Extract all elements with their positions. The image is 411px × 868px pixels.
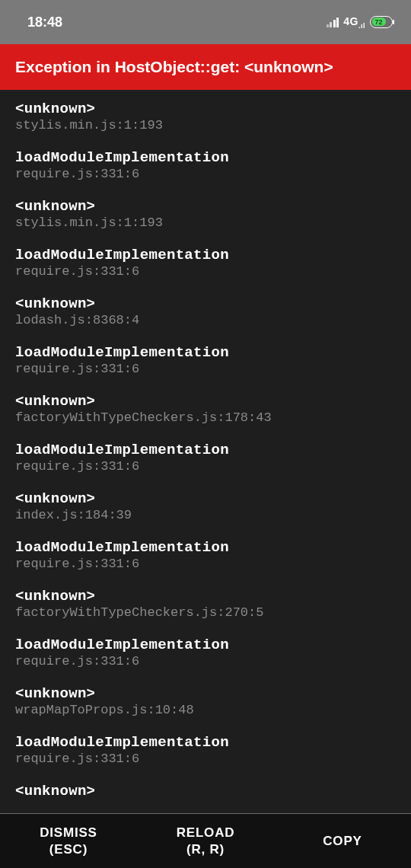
stack-frame-function: <unknown> (15, 393, 396, 410)
stack-trace[interactable]: <unknown>stylis.min.js:1:193loadModuleIm… (0, 90, 411, 851)
network-type: 4G (343, 15, 358, 27)
stack-frame-function: loadModuleImplementation (15, 637, 396, 653)
stack-frame[interactable]: loadModuleImplementationrequire.js:331:6 (15, 344, 396, 376)
stack-frame-location: factoryWithTypeCheckers.js:178:43 (15, 410, 396, 425)
dismiss-label: DISMISS (40, 825, 97, 841)
dismiss-button[interactable]: DISMISS (ESC) (0, 814, 137, 868)
stack-frame[interactable]: loadModuleImplementationrequire.js:331:6 (15, 637, 396, 669)
stack-frame-location: require.js:331:6 (15, 654, 396, 669)
stack-frame-location: stylis.min.js:1:193 (15, 118, 396, 132)
stack-frame-function: loadModuleImplementation (15, 539, 396, 556)
stack-frame-location: index.js:184:39 (15, 508, 396, 522)
stack-frame[interactable]: <unknown>stylis.min.js:1:193 (15, 198, 396, 230)
reload-shortcut: (R, R) (186, 841, 225, 857)
stack-frame-function: <unknown> (15, 783, 396, 799)
stack-frame-function: loadModuleImplementation (15, 344, 396, 361)
stack-frame-function: <unknown> (15, 101, 396, 117)
copy-label: COPY (323, 833, 362, 849)
stack-frame-location: require.js:331:6 (15, 167, 396, 181)
stack-frame-location: require.js:331:6 (15, 752, 396, 766)
stack-frame-location: factoryWithTypeCheckers.js:270:5 (15, 605, 396, 620)
reload-button[interactable]: RELOAD (R, R) (137, 814, 274, 868)
stack-frame-function: <unknown> (15, 685, 396, 702)
status-right: 4G.ıl 72 (327, 15, 393, 30)
stack-frame-location: require.js:331:6 (15, 362, 396, 376)
stack-frame-location: require.js:331:6 (15, 557, 396, 571)
battery-icon: 72 (370, 16, 393, 28)
battery-fill: 72 (372, 18, 386, 26)
stack-frame-function: <unknown> (15, 198, 396, 215)
stack-frame-function: <unknown> (15, 295, 396, 312)
network-label: 4G.ıl (343, 15, 365, 30)
stack-frame-function: loadModuleImplementation (15, 149, 396, 166)
battery-pct: 72 (374, 18, 382, 26)
error-title: Exception in HostObject::get: <unknown> (0, 44, 411, 90)
stack-frame-function: loadModuleImplementation (15, 734, 396, 751)
stack-frame[interactable]: loadModuleImplementationrequire.js:331:6 (15, 247, 396, 279)
stack-frame-location: wrapMapToProps.js:10:48 (15, 703, 396, 717)
stack-frame[interactable]: <unknown>index.js:184:39 (15, 490, 396, 522)
stack-frame[interactable]: loadModuleImplementationrequire.js:331:6 (15, 734, 396, 766)
stack-frame-function: <unknown> (15, 490, 396, 507)
status-bar: 18:48 4G.ıl 72 (0, 0, 411, 44)
stack-frame[interactable]: loadModuleImplementationrequire.js:331:6 (15, 442, 396, 474)
dismiss-shortcut: (ESC) (49, 841, 88, 857)
stack-frame-function: loadModuleImplementation (15, 247, 396, 263)
stack-frame-location: require.js:331:6 (15, 264, 396, 279)
signal-icon (327, 17, 339, 27)
stack-frame-location: stylis.min.js:1:193 (15, 215, 396, 230)
stack-frame[interactable]: loadModuleImplementationrequire.js:331:6 (15, 149, 396, 181)
stack-frame-function: loadModuleImplementation (15, 442, 396, 458)
status-time: 18:48 (27, 14, 62, 30)
stack-frame-function: <unknown> (15, 588, 396, 605)
stack-frame-location: require.js:331:6 (15, 459, 396, 474)
stack-frame[interactable]: loadModuleImplementationrequire.js:331:6 (15, 539, 396, 571)
stack-frame[interactable]: <unknown>wrapMapToProps.js:10:48 (15, 685, 396, 717)
stack-frame[interactable]: <unknown>stylis.min.js:1:193 (15, 101, 396, 132)
stack-frame[interactable]: <unknown>factoryWithTypeCheckers.js:178:… (15, 393, 396, 425)
reload-label: RELOAD (177, 825, 235, 841)
footer-bar: DISMISS (ESC) RELOAD (R, R) COPY (0, 813, 411, 868)
copy-button[interactable]: COPY (274, 814, 411, 868)
stack-frame[interactable]: <unknown> (15, 783, 396, 799)
network-suffix: .ıl (358, 21, 365, 29)
stack-frame[interactable]: <unknown>lodash.js:8368:4 (15, 295, 396, 327)
stack-frame-location: lodash.js:8368:4 (15, 313, 396, 327)
stack-frame[interactable]: <unknown>factoryWithTypeCheckers.js:270:… (15, 588, 396, 620)
